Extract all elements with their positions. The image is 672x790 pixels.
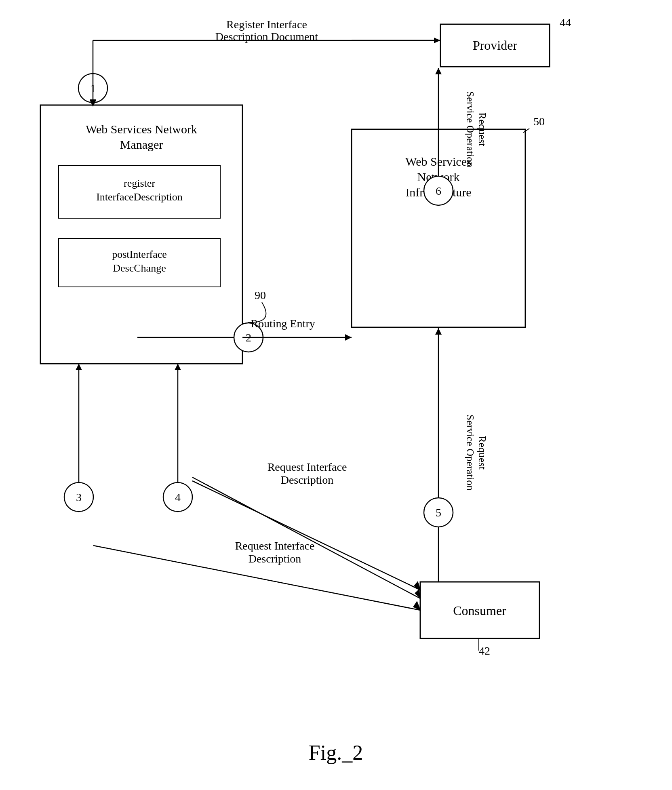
svg-marker-26 <box>435 68 442 74</box>
label-register-idd-2: Description Document <box>215 30 318 43</box>
diagram-container: Web Services Network Manager register In… <box>0 0 672 790</box>
label-service-op-req-bottom2: Request <box>476 436 488 470</box>
svg-line-18 <box>192 477 420 598</box>
ref-42: 42 <box>479 645 490 657</box>
circle-3-label: 3 <box>76 491 82 503</box>
svg-marker-17 <box>175 364 181 370</box>
circle-4-label: 4 <box>175 491 181 503</box>
fig-label: Fig._2 <box>309 741 363 764</box>
svg-line-21 <box>192 481 420 590</box>
circle-5-label: 5 <box>436 506 441 519</box>
label-service-op-req-right2: Request <box>476 112 488 147</box>
ref-90: 90 <box>255 289 266 301</box>
wsnm-label: Web Services Network <box>86 122 197 136</box>
label-req-id-lower-2: Description <box>249 552 301 565</box>
svg-marker-8 <box>434 38 440 43</box>
label-req-id-upper-2: Description <box>281 474 334 486</box>
label-service-op-req-right: Service Operation <box>464 91 476 167</box>
label-register-idd-1: Register Interface <box>226 18 307 31</box>
label-routing-entry: Routing Entry <box>251 317 315 330</box>
label-service-op-req-bottom: Service Operation <box>464 415 476 491</box>
post-inner-label2: DescChange <box>113 262 166 274</box>
wsnm-label2: Manager <box>120 138 163 151</box>
provider-label: Provider <box>473 38 518 53</box>
post-inner-label1: postInterface <box>112 249 167 260</box>
svg-marker-12 <box>345 334 352 341</box>
svg-marker-28 <box>435 328 442 335</box>
circle-6-label: 6 <box>436 185 441 197</box>
svg-marker-15 <box>76 364 82 370</box>
register-inner-label1: register <box>124 177 155 189</box>
label-req-id-upper-1: Request Interface <box>268 461 347 473</box>
ref-50: 50 <box>533 115 545 128</box>
label-req-id-lower-1: Request Interface <box>235 539 315 552</box>
register-inner-label2: InterfaceDescription <box>96 191 183 203</box>
ref-44: 44 <box>560 16 571 29</box>
consumer-label: Consumer <box>453 603 506 618</box>
